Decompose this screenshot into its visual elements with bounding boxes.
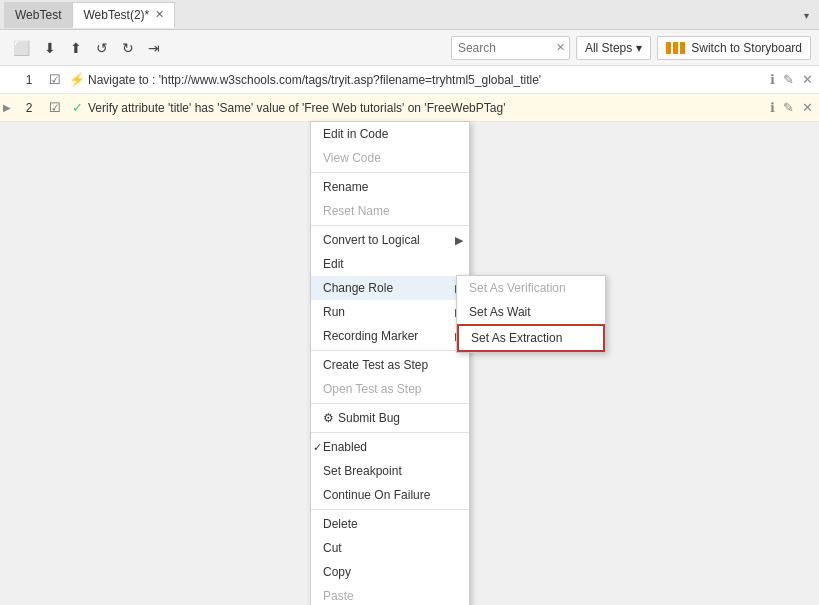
cm-sep2	[311, 225, 469, 226]
toolbar-redo-icon[interactable]: ↻	[117, 37, 139, 59]
tab-webtest2[interactable]: WebTest(2)* ✕	[72, 2, 175, 28]
tab-webtest2-label: WebTest(2)*	[83, 8, 149, 22]
cm-sep6	[311, 509, 469, 510]
step-row-1: 1 ☑ ⚡ Navigate to : 'http://www.w3school…	[0, 66, 819, 94]
sm-set-as-extraction[interactable]: Set As Extraction	[457, 324, 605, 352]
row2-info-icon[interactable]: ℹ	[768, 100, 777, 115]
cm-reset-name: Reset Name	[311, 199, 469, 223]
toolbar-undo-icon[interactable]: ↺	[91, 37, 113, 59]
row1-icons: ℹ ✎ ✕	[768, 72, 819, 87]
toolbar-forward-icon[interactable]: ⇥	[143, 37, 165, 59]
toolbar-down-icon[interactable]: ⬇	[39, 37, 61, 59]
step-row-2: ▶ 2 ☑ ✓ Verify attribute 'title' has 'Sa…	[0, 94, 819, 122]
cm-rename[interactable]: Rename	[311, 175, 469, 199]
cm-recording-marker[interactable]: Recording Marker ▶	[311, 324, 469, 348]
cm-run[interactable]: Run ▶	[311, 300, 469, 324]
cm-view-code: View Code	[311, 146, 469, 170]
cm-delete[interactable]: Delete	[311, 512, 469, 536]
cm-cut[interactable]: Cut	[311, 536, 469, 560]
cm-open-test-as-step: Open Test as Step	[311, 377, 469, 401]
row2-content: Verify attribute 'title' has 'Same' valu…	[88, 101, 768, 115]
cm-sep4	[311, 403, 469, 404]
cm-enabled[interactable]: ✓ Enabled	[311, 435, 469, 459]
all-steps-dropdown-icon: ▾	[636, 41, 642, 55]
row2-edit-icon[interactable]: ✎	[781, 100, 796, 115]
cm-copy[interactable]: Copy	[311, 560, 469, 584]
row1-edit-icon[interactable]: ✎	[781, 72, 796, 87]
title-bar-right: ▾	[804, 8, 815, 22]
cm-submit-bug[interactable]: ⚙ Submit Bug	[311, 406, 469, 430]
title-bar: WebTest WebTest(2)* ✕ ▾	[0, 0, 819, 30]
row1-close-icon[interactable]: ✕	[800, 72, 815, 87]
close-tab-icon[interactable]: ✕	[155, 9, 164, 20]
row1-content: Navigate to : 'http://www.w3schools.com/…	[88, 73, 768, 87]
cm-paste: Paste	[311, 584, 469, 605]
toolbar: ⬜ ⬇ ⬆ ↺ ↻ ⇥ ✕ All Steps ▾ Switch to Stor…	[0, 30, 819, 66]
row2-step-icon: ✓	[66, 100, 88, 115]
context-menu: Edit in Code View Code Rename Reset Name…	[310, 121, 470, 605]
row2-checkbox[interactable]: ☑	[44, 100, 66, 115]
toolbar-new-icon[interactable]: ⬜	[8, 37, 35, 59]
cm-set-breakpoint[interactable]: Set Breakpoint	[311, 459, 469, 483]
toolbar-up-icon[interactable]: ⬆	[65, 37, 87, 59]
sm-set-as-verification: Set As Verification	[457, 276, 605, 300]
row1-number: 1	[14, 73, 44, 87]
all-steps-button[interactable]: All Steps ▾	[576, 36, 651, 60]
storyboard-icon	[666, 42, 686, 54]
cm-edit[interactable]: Edit	[311, 252, 469, 276]
cm-change-role[interactable]: Change Role ▶ Set As Verification Set As…	[311, 276, 469, 300]
search-box: ✕	[451, 36, 570, 60]
row2-number: 2	[14, 101, 44, 115]
storyboard-button[interactable]: Switch to Storyboard	[657, 36, 811, 60]
cm-sep1	[311, 172, 469, 173]
gear-icon: ⚙	[323, 411, 334, 425]
row1-info-icon[interactable]: ℹ	[768, 72, 777, 87]
cm-sep5	[311, 432, 469, 433]
search-input[interactable]	[452, 41, 552, 55]
search-clear-icon[interactable]: ✕	[552, 41, 569, 54]
row1-checkbox[interactable]: ☑	[44, 72, 66, 87]
tab-webtest[interactable]: WebTest	[4, 2, 72, 28]
enabled-check-icon: ✓	[313, 441, 322, 454]
tab-webtest-label: WebTest	[15, 8, 61, 22]
storyboard-label: Switch to Storyboard	[691, 41, 802, 55]
sm-set-as-wait[interactable]: Set As Wait	[457, 300, 605, 324]
row2-icons: ℹ ✎ ✕	[768, 100, 819, 115]
title-bar-dropdown-icon[interactable]: ▾	[804, 10, 809, 21]
cm-convert-to-logical[interactable]: Convert to Logical ▶	[311, 228, 469, 252]
row2-expand-arrow[interactable]: ▶	[0, 102, 14, 113]
all-steps-label: All Steps	[585, 41, 632, 55]
convert-arrow-icon: ▶	[455, 234, 463, 247]
main-content: 1 ☑ ⚡ Navigate to : 'http://www.w3school…	[0, 66, 819, 122]
change-role-submenu: Set As Verification Set As Wait Set As E…	[456, 275, 606, 353]
cm-continue-on-failure[interactable]: Continue On Failure	[311, 483, 469, 507]
row1-step-icon: ⚡	[66, 72, 88, 87]
cm-sep3	[311, 350, 469, 351]
row2-close-icon[interactable]: ✕	[800, 100, 815, 115]
cm-create-test-as-step[interactable]: Create Test as Step	[311, 353, 469, 377]
cm-edit-in-code[interactable]: Edit in Code	[311, 122, 469, 146]
